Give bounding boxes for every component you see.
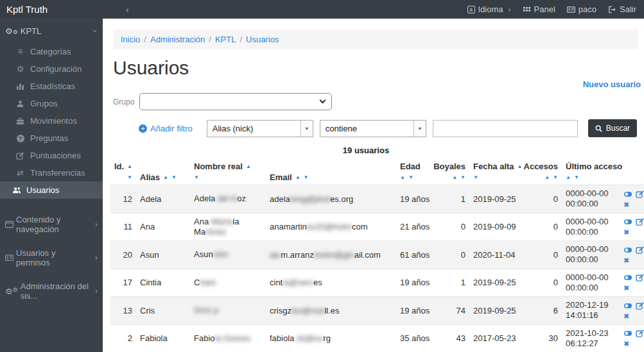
cell-email: adelahmg@jimdes.org (266, 185, 396, 214)
filter-field-select[interactable]: Alias (nick) ▼ (207, 120, 313, 137)
topnav-item-salir[interactable]: Salir (608, 4, 636, 14)
id-card-icon (567, 6, 575, 13)
sidebar-item-estadísticas[interactable]: Estadísticas (0, 78, 103, 95)
cell-accesos: 0 (526, 213, 562, 241)
column-header-ultimo[interactable]: Último acceso▲▼ (562, 159, 620, 185)
breadcrumb-link-inicio[interactable]: Inicio (121, 35, 140, 44)
toggle-icon (623, 190, 632, 198)
search-button[interactable]: Buscar (588, 119, 637, 137)
sidebar-group-administraci-n-del-sis-[interactable]: ⚙⚙Administración del sis...› (0, 274, 103, 308)
sort-desc-icon[interactable]: ▼ (304, 174, 309, 180)
cell-id: 17 (110, 269, 136, 297)
delete-icon: ✖ (623, 228, 629, 237)
delete-button[interactable]: ✖ (623, 339, 629, 346)
sidebar-item-puntuaciones[interactable]: Puntuaciones (0, 147, 103, 164)
sort-asc-icon[interactable]: ▲ (246, 163, 251, 169)
cell-alias: Asun (136, 241, 190, 269)
edit-icon (636, 190, 644, 198)
column-header-alias[interactable]: Alias▲▼ (136, 159, 190, 185)
new-user-link[interactable]: Nuevo usuario (583, 80, 641, 89)
sort-asc-icon[interactable]: ▲ (544, 174, 550, 180)
sidebar-collapse-button[interactable]: ‹ (126, 4, 129, 15)
toggle-active-button[interactable] (623, 217, 632, 226)
sidebar-item-label: Movimientos (30, 116, 77, 126)
topnav-item-panel[interactable]: Panel (523, 4, 555, 14)
cell-email: alum.arranzmnim@gmail.com (266, 241, 396, 269)
cell-accesos: 0 (526, 269, 562, 297)
delete-button[interactable]: ✖ (623, 255, 629, 263)
filter-operator-select[interactable]: contiene ▼ (320, 120, 426, 137)
sort-desc-icon[interactable]: ▼ (408, 174, 413, 180)
sidebar-item-transferencias[interactable]: ⇄Transferencias (0, 164, 103, 181)
topnav-item-paco[interactable]: paco (567, 4, 596, 14)
toggle-icon (623, 274, 632, 281)
sort-asc-icon[interactable]: ▲ (163, 174, 168, 180)
sidebar-item-preguntas[interactable]: ?Preguntas (0, 130, 103, 147)
delete-button[interactable]: ✖ (623, 199, 629, 207)
column-header-name[interactable]: Nombre real▲▼ (190, 159, 266, 185)
edit-button[interactable] (636, 301, 644, 310)
sort-asc-icon[interactable]: ▲ (518, 163, 523, 169)
sidebar-item-usuarios[interactable]: Usuarios (0, 181, 103, 199)
page-title: Usuarios (113, 57, 644, 79)
column-header-age[interactable]: Edad▲▼ (396, 159, 437, 185)
table-row: 20AsunAsunciónalum.arranzmnim@gmail.com6… (110, 241, 644, 269)
delete-icon: ✖ (623, 201, 629, 209)
table-row: 12AdelaAdela del Hozadelahmg@jimdes.org1… (110, 185, 644, 214)
sort-desc-icon[interactable]: ▼ (194, 174, 199, 180)
column-header-email[interactable]: Email▲▼ (266, 159, 396, 185)
toggle-active-button[interactable] (623, 328, 632, 338)
sort-asc-icon[interactable]: ▲ (566, 174, 571, 180)
toggle-active-button[interactable] (623, 301, 632, 310)
delete-button[interactable]: ✖ (623, 283, 629, 290)
sidebar-group-usuarios-y-permisos[interactable]: Usuarios y permisos› (0, 241, 103, 274)
topnav-item-idioma[interactable]: aIdioma› (467, 4, 511, 14)
column-label: Último acceso (566, 162, 622, 171)
delete-button[interactable]: ✖ (623, 227, 629, 235)
sort-desc-icon[interactable]: ▼ (473, 174, 478, 180)
sort-desc-icon[interactable]: ▼ (460, 174, 466, 180)
sort-desc-icon[interactable]: ▼ (553, 174, 558, 180)
sidebar-item-grupos[interactable]: Grupos (0, 95, 103, 112)
sidebar-groups: Contenido y navegación›Usuarios y permis… (0, 208, 103, 308)
column-header-id[interactable]: Id.▲▼ (110, 159, 136, 185)
edit-button[interactable] (636, 272, 644, 282)
cell-fecha-alta: 2019-09-25 (469, 297, 526, 325)
toggle-active-button[interactable] (623, 272, 632, 282)
sort-asc-icon[interactable]: ▲ (400, 174, 405, 180)
main-content: Inicio/Administración/KPTL/Usuarios Usua… (103, 19, 644, 352)
sort-asc-icon[interactable]: ▲ (295, 174, 300, 180)
edit-button[interactable] (636, 328, 644, 338)
delete-button[interactable]: ✖ (623, 311, 629, 319)
breadcrumb-link-usuarios[interactable]: Usuarios (246, 35, 279, 44)
column-header-accesos[interactable]: Accesos▲▼ (526, 159, 562, 185)
column-header-fecha[interactable]: Fecha alta▲▼ (469, 159, 526, 185)
sidebar-group-contenido-y-navegaci-n[interactable]: Contenido y navegación› (0, 208, 103, 241)
toggle-active-button[interactable] (623, 245, 632, 255)
cell-nombre-real: Ana MaríaíaMartínez (190, 213, 266, 241)
cell-actions: ✖ (620, 185, 644, 214)
group-select[interactable] (139, 93, 332, 110)
cell-boyales: 0 (437, 213, 469, 241)
edit-button[interactable] (636, 217, 644, 226)
add-filter-button[interactable]: + Añadir filtro (139, 124, 193, 133)
sort-desc-icon[interactable]: ▼ (574, 174, 579, 180)
cell-edad: 61 años (396, 241, 437, 269)
sidebar-item-configuración[interactable]: ⚙Configuración (0, 60, 103, 78)
column-header-boyales[interactable]: Boyales▲▼ (437, 159, 469, 185)
filter-value-input[interactable] (433, 120, 578, 137)
admin-app: Kptl Truth ‹ aIdioma›PanelpacoSalir ⚙⚙ K… (0, 0, 644, 352)
toggle-active-button[interactable] (623, 189, 632, 199)
edit-button[interactable] (636, 189, 644, 199)
sidebar-item-categorías[interactable]: ≡Categorías (0, 42, 103, 60)
sort-asc-icon[interactable]: ▲ (452, 174, 457, 180)
sidebar-item-movimientos[interactable]: Movimientos (0, 112, 103, 130)
breadcrumb-link-administración[interactable]: Administración (150, 35, 205, 44)
breadcrumb-link-kptl[interactable]: KPTL (215, 35, 236, 44)
edit-button[interactable] (636, 245, 644, 255)
sidebar-section-kptl[interactable]: ⚙⚙ KPTL › (0, 19, 103, 42)
sort-desc-icon[interactable]: ▼ (127, 174, 132, 180)
cell-alias: Ana (136, 213, 190, 241)
sort-desc-icon[interactable]: ▼ (171, 174, 177, 180)
sort-asc-icon[interactable]: ▲ (127, 163, 132, 169)
